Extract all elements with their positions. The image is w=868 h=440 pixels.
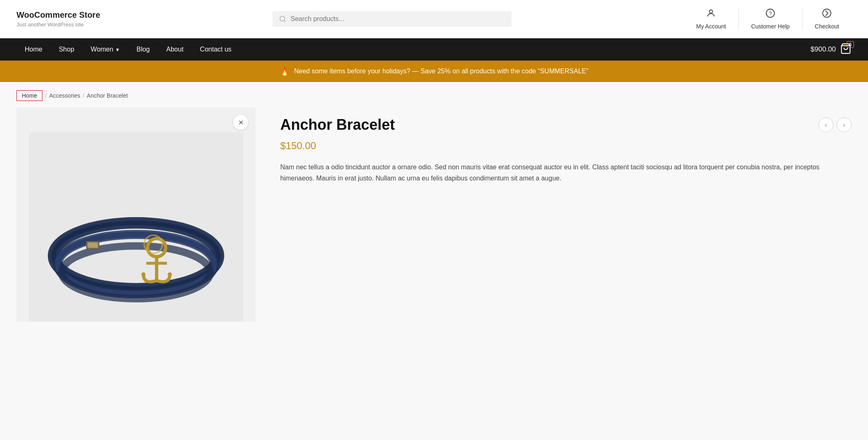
- svg-point-2: [709, 10, 713, 13]
- svg-text:?: ?: [769, 10, 772, 16]
- logo-area: WooCommerce Store Just another WordPress…: [16, 10, 100, 28]
- site-tagline: Just another WordPress site: [16, 21, 100, 28]
- close-image-button[interactable]: ✕: [233, 115, 248, 130]
- cart-icon-wrapper[interactable]: 6: [840, 43, 852, 56]
- nav-link-women[interactable]: Women ▼: [82, 38, 128, 61]
- svg-point-17: [141, 272, 145, 276]
- my-account-link[interactable]: My Account: [684, 8, 738, 30]
- svg-line-1: [284, 20, 286, 21]
- checkout-label: Checkout: [815, 23, 839, 30]
- nav-item-about[interactable]: About: [158, 38, 192, 61]
- nav-link-contact[interactable]: Contact us: [192, 38, 239, 61]
- promo-text: Need some items before your holidays? — …: [294, 68, 588, 75]
- product-nav-arrows: ‹ ›: [819, 117, 852, 132]
- breadcrumb-sep-2: /: [83, 92, 84, 99]
- breadcrumb-sep-1: /: [45, 92, 47, 99]
- nav-item-home[interactable]: Home: [16, 38, 51, 61]
- checkout-link[interactable]: Checkout: [802, 8, 852, 30]
- person-icon: [706, 8, 716, 21]
- breadcrumb-home-link[interactable]: Home: [16, 90, 42, 101]
- product-title: Anchor Bracelet: [280, 116, 395, 133]
- product-image-area: ✕: [16, 108, 256, 322]
- nav-link-home[interactable]: Home: [16, 38, 51, 61]
- svg-rect-21: [88, 243, 98, 248]
- nav-links: Home Shop Women ▼ Blog About Contact us: [16, 38, 240, 61]
- fire-icon: 🔥: [279, 66, 290, 76]
- site-header: WooCommerce Store Just another WordPress…: [0, 0, 868, 38]
- product-section: ✕: [0, 108, 868, 338]
- breadcrumb-accessories-link[interactable]: Accessories: [49, 92, 80, 99]
- breadcrumb-current: Anchor Bracelet: [87, 92, 128, 99]
- customer-help-label: Customer Help: [751, 23, 789, 30]
- cart-total: $900.00: [811, 45, 836, 54]
- chevron-down-icon: ▼: [115, 47, 120, 53]
- cart-badge: 6: [847, 41, 854, 48]
- search-bar[interactable]: [272, 11, 511, 27]
- nav-link-blog[interactable]: Blog: [128, 38, 158, 61]
- prev-product-button[interactable]: ‹: [819, 117, 833, 132]
- nav-item-contact[interactable]: Contact us: [192, 38, 239, 61]
- promo-banner: 🔥 Need some items before your holidays? …: [0, 61, 868, 82]
- customer-help-link[interactable]: ? Customer Help: [738, 8, 802, 30]
- search-icon: [279, 15, 286, 23]
- nav-item-shop[interactable]: Shop: [51, 38, 82, 61]
- svg-point-5: [823, 9, 831, 17]
- site-name: WooCommerce Store: [16, 10, 100, 20]
- checkout-icon: [822, 8, 832, 21]
- svg-point-0: [280, 16, 285, 21]
- product-info: Anchor Bracelet ‹ › $150.00 Nam nec tell…: [256, 108, 852, 322]
- my-account-label: My Account: [696, 23, 726, 30]
- search-input[interactable]: [291, 15, 505, 23]
- product-price: $150.00: [280, 140, 852, 152]
- svg-point-18: [168, 272, 172, 276]
- next-product-button[interactable]: ›: [837, 117, 852, 132]
- header-actions: My Account ? Customer Help Checkout: [684, 8, 852, 30]
- product-description: Nam nec tellus a odio tincidunt auctor a…: [280, 161, 852, 184]
- bracelet-illustration: [29, 132, 243, 322]
- main-nav: Home Shop Women ▼ Blog About Contact us …: [0, 38, 868, 61]
- breadcrumb: Home / Accessories / Anchor Bracelet: [0, 82, 868, 108]
- cart-area[interactable]: $900.00 6: [811, 43, 852, 56]
- question-icon: ?: [765, 8, 775, 21]
- nav-item-women[interactable]: Women ▼: [82, 38, 128, 61]
- nav-link-shop[interactable]: Shop: [51, 38, 82, 61]
- nav-link-about[interactable]: About: [158, 38, 192, 61]
- nav-item-blog[interactable]: Blog: [128, 38, 158, 61]
